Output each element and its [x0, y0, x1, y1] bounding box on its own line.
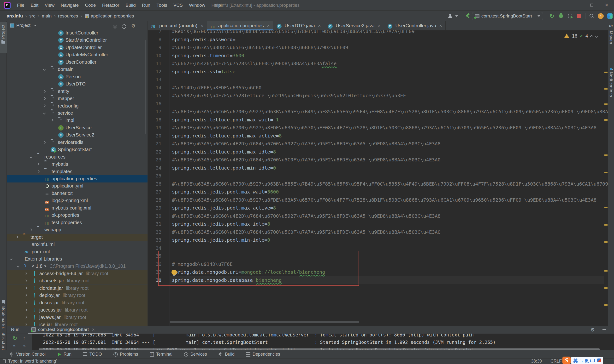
hide-panel-icon[interactable] — [141, 26, 144, 26]
chevron-right-icon[interactable] — [25, 323, 27, 326]
breadcrumb-item[interactable]: src — [29, 13, 35, 19]
chevron-right-icon[interactable] — [37, 170, 39, 173]
toolwindow-todo[interactable]: TODO — [83, 352, 102, 357]
close-button[interactable]: × — [599, 0, 614, 10]
tree-item--1.8-[interactable]: < 1.8 >C:\Program Files\Java\jdk1.8.0_10… — [7, 263, 148, 270]
chevron-down-icon[interactable] — [43, 112, 46, 114]
tree-item-insertcontroller[interactable]: CInsertController — [7, 29, 148, 37]
tree-item-redisonfig[interactable]: redisonfig — [7, 103, 148, 110]
warning-stripe-mark[interactable] — [604, 224, 608, 226]
tree-item-serviceredis[interactable]: serviceredis — [7, 139, 148, 146]
warning-stripe-mark[interactable] — [604, 72, 608, 73]
toolwindow-build[interactable]: Build — [219, 352, 235, 357]
close-icon[interactable]: × — [377, 23, 381, 28]
run-console[interactable]: 2022-05-28 19:07:57.083 INFO 34964 --- [… — [32, 334, 614, 350]
rerun-icon[interactable]: ↻ — [13, 335, 17, 341]
tree-item-usercontroller[interactable]: CUserController — [7, 59, 148, 66]
tree-item-ok.properties[interactable]: ok.properties — [7, 212, 148, 219]
toolwindow-run[interactable]: Run — [57, 352, 71, 357]
tab-userdto.java[interactable]: CUserDTO.java× — [273, 21, 324, 30]
breadcrumb[interactable]: anxinfu›src›main›resources›application.p… — [7, 11, 134, 21]
tree-item-test.properties[interactable]: test.properties — [7, 219, 148, 226]
tree-item-jce.jar[interactable]: jce.jarlibrary root — [7, 321, 148, 326]
tree-item-jaccess.jar[interactable]: jaccess.jarlibrary root — [7, 307, 148, 314]
warning-stripe-mark[interactable] — [604, 172, 608, 173]
search-everywhere-icon[interactable] — [588, 13, 595, 20]
menu-view[interactable]: View — [42, 3, 57, 8]
update-icon[interactable]: ↑ — [597, 13, 604, 20]
warning-stripe-mark[interactable] — [604, 304, 608, 306]
scroll-up-icon[interactable]: ↑ — [23, 335, 26, 341]
tab-usercontroller.java[interactable]: CUserController.java× — [384, 21, 446, 30]
sidebar-item-maven[interactable]: m Maven — [608, 23, 614, 61]
menu-run[interactable]: Run — [139, 3, 154, 8]
warning-stripe-mark[interactable] — [604, 119, 608, 121]
tree-item-mapper[interactable]: mapper — [7, 95, 148, 102]
expand-all-icon[interactable] — [113, 24, 117, 28]
run-configuration-select[interactable]: com.test.SpringBootStart — [472, 12, 543, 20]
hide-run-panel-icon[interactable] — [602, 329, 606, 330]
menu-vcs[interactable]: VCS — [170, 3, 186, 8]
chevron-right-icon[interactable] — [37, 163, 39, 165]
chevron-down-icon[interactable] — [17, 265, 19, 268]
tree-item-entity[interactable]: entity — [7, 88, 148, 95]
chevron-right-icon[interactable] — [25, 287, 27, 289]
menu-build[interactable]: Build — [122, 3, 139, 8]
tree-item-log4j2-spring.xml[interactable]: log4j2-spring.xml — [7, 197, 148, 204]
warning-stripe-mark[interactable] — [604, 207, 608, 208]
expand-more-icon[interactable]: » — [23, 343, 26, 349]
user-profile-icon[interactable] — [447, 13, 454, 20]
sidebar-item-bookmarks[interactable]: Bookmarks — [0, 300, 7, 331]
minimize-button[interactable] — [569, 0, 584, 10]
tree-item-access-bridge-64.jar[interactable]: access-bridge-64.jarlibrary root — [7, 270, 148, 277]
tree-item-javaws.jar[interactable]: javaws.jarlibrary root — [7, 314, 148, 321]
chevron-right-icon[interactable] — [43, 104, 46, 107]
collapse-all-icon[interactable] — [122, 24, 126, 28]
tree-item-updatecontroller[interactable]: CUpdateController — [7, 44, 148, 51]
chevron-right-icon[interactable] — [25, 294, 27, 297]
warning-stripe-mark[interactable] — [604, 155, 608, 156]
sidebar-item-notifications[interactable]: Notifications — [608, 69, 614, 117]
tree-item-mybatis[interactable]: mybatis — [7, 161, 148, 168]
tree-item-templates[interactable]: templates — [7, 168, 148, 175]
ime-punct-toggle[interactable]: ’, — [580, 358, 583, 363]
sogou-logo-icon[interactable]: S — [562, 357, 571, 364]
tree-item-person[interactable]: CPerson — [7, 73, 148, 80]
tree-item-banner.txt[interactable]: banner.txt — [7, 190, 148, 197]
build-hammer-icon[interactable] — [464, 13, 472, 20]
sidebar-item-project[interactable]: Project — [0, 22, 7, 53]
tab-application.properties[interactable]: application.properties× — [207, 21, 273, 30]
toolwindow-services[interactable]: Services — [184, 352, 207, 357]
close-icon[interactable]: × — [266, 23, 270, 28]
tree-item-userdto[interactable]: CUserDTO — [7, 80, 148, 88]
menu-tools[interactable]: Tools — [154, 3, 170, 8]
tab-userservice2.java[interactable]: CUserService2.java× — [324, 21, 384, 30]
tree-item-pom.xml[interactable]: mpom.xml — [7, 248, 148, 256]
chevron-right-icon[interactable] — [15, 236, 18, 238]
run-button[interactable]: ↻ — [548, 13, 556, 20]
tree-item-webapp[interactable]: webapp — [7, 226, 148, 234]
close-icon[interactable]: × — [438, 23, 442, 28]
ime-lang-toggle[interactable]: 英 — [573, 357, 578, 364]
prev-problem-icon[interactable] — [590, 35, 593, 38]
tree-item-startmaincontroller[interactable]: CStartMainController — [7, 37, 148, 44]
tree-item-domain[interactable]: domain — [7, 66, 148, 73]
breadcrumb-item[interactable]: application.properties — [91, 13, 134, 19]
close-icon[interactable]: × — [317, 23, 321, 28]
chevron-right-icon[interactable] — [25, 272, 27, 275]
debug-button[interactable] — [558, 13, 565, 20]
tree-item-cldrdata.jar[interactable]: cldrdata.jarlibrary root — [7, 285, 148, 292]
code-editor[interactable]: 7#Redis\u670D\u52A1\u5668\u8FDE\u63A5\u5… — [148, 30, 608, 326]
cursor-position[interactable]: 38:39 — [531, 359, 542, 364]
ime-favorite-icon[interactable] — [597, 359, 601, 362]
close-icon[interactable]: × — [91, 327, 95, 332]
tree-item-userservice[interactable]: IUserService — [7, 124, 148, 131]
menu-code[interactable]: Code — [82, 3, 99, 8]
run-tab[interactable]: com.test.SpringBootStart × — [28, 326, 98, 333]
menu-edit[interactable]: Edit — [28, 3, 42, 8]
expand-more-icon[interactable]: » — [13, 343, 15, 349]
microphone-icon[interactable] — [585, 359, 588, 362]
breadcrumb-item[interactable]: anxinfu — [7, 13, 23, 19]
tree-item-external-libraries[interactable]: External Libraries — [7, 256, 148, 263]
inspections-widget[interactable]: 16 ✔ 4 — [564, 33, 598, 39]
